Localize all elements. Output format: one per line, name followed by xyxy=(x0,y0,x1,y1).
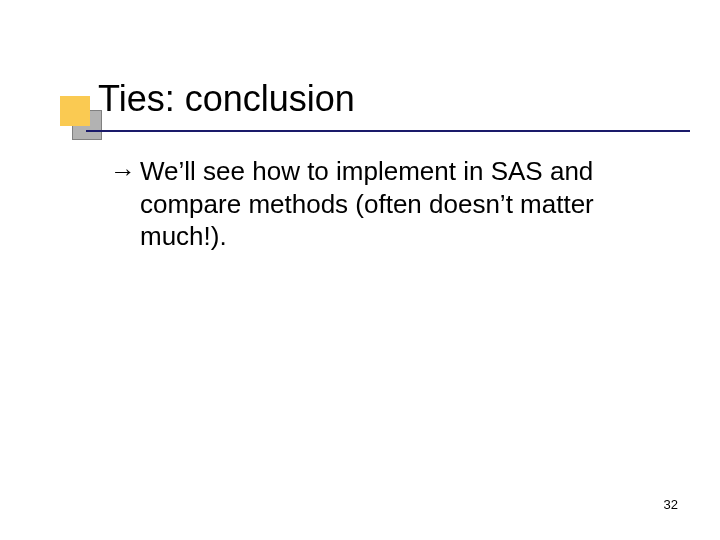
title-area: Ties: conclusion xyxy=(98,78,680,120)
title-underline xyxy=(86,130,690,132)
bullet-text: We’ll see how to implement in SAS and co… xyxy=(140,155,650,253)
page-number: 32 xyxy=(664,497,678,512)
bullet-item: → We’ll see how to implement in SAS and … xyxy=(110,155,650,253)
body-area: → We’ll see how to implement in SAS and … xyxy=(110,155,650,253)
slide: Ties: conclusion → We’ll see how to impl… xyxy=(0,0,720,540)
title-decor-orange-box xyxy=(60,96,90,126)
slide-title: Ties: conclusion xyxy=(98,78,680,120)
arrow-right-icon: → xyxy=(110,155,136,188)
